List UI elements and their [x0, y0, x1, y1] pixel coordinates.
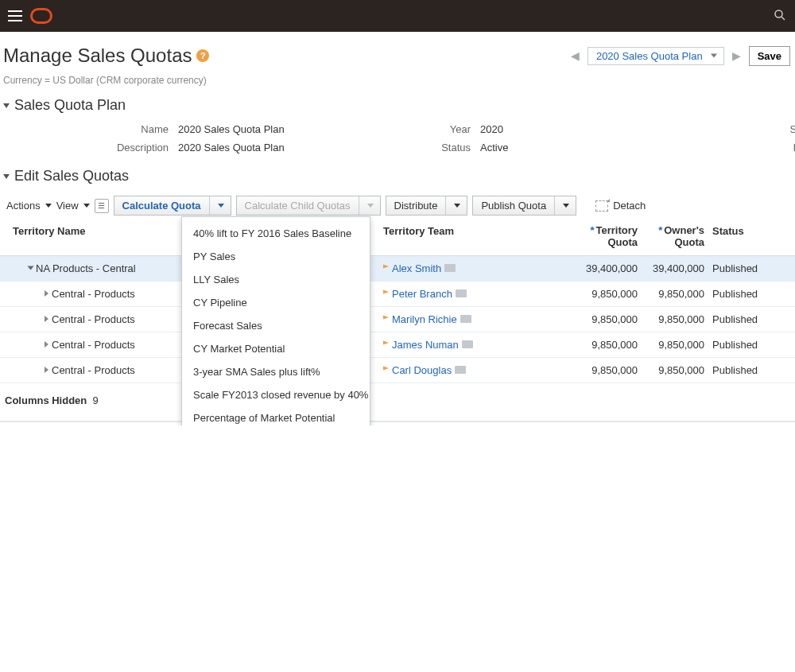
team-owner-name: James Numan	[392, 339, 459, 351]
distribute-label: Distribute	[386, 196, 446, 215]
publish-button[interactable]: Publish Quota	[472, 196, 576, 216]
view-menu[interactable]: View	[56, 200, 90, 212]
flag-icon	[383, 289, 389, 297]
distribute-dropdown[interactable]	[445, 196, 467, 215]
th-status: Status	[704, 225, 768, 249]
calc-menu-item[interactable]: CY Pipeline	[182, 291, 370, 314]
org-icon	[456, 289, 467, 297]
calc-menu-item[interactable]: Forecast Sales	[182, 314, 370, 337]
territory-name: Central - Products	[52, 364, 135, 376]
currency-note: Currency = US Dollar (CRM corporate curr…	[0, 75, 795, 94]
owner-quota: 9,850,000	[638, 288, 704, 300]
team-owner-link[interactable]: Carl Douglas	[383, 364, 564, 376]
columns-hidden-label: Columns Hidden	[5, 394, 87, 406]
edit-toolbar: Actions View ☰ Calculate Quota Calculate…	[0, 191, 795, 219]
expand-closed-icon[interactable]	[45, 316, 48, 322]
collapse-icon[interactable]	[3, 174, 10, 179]
calc-menu-item[interactable]: 40% lift to FY 2016 Sales Baseline	[182, 222, 370, 245]
status-value: Published	[704, 288, 768, 300]
territory-quota: 9,850,000	[564, 364, 638, 376]
status-value: Published	[704, 339, 768, 351]
calc-menu-item[interactable]: LLY Sales	[182, 268, 370, 291]
status-value: Published	[704, 364, 768, 376]
plan-section-header[interactable]: Sales Quota Plan	[0, 94, 795, 120]
calculate-child-dropdown[interactable]	[359, 196, 380, 215]
org-icon	[444, 264, 456, 272]
help-icon[interactable]: ?	[196, 49, 209, 62]
calculate-quota-dropdown[interactable]	[209, 196, 231, 215]
team-owner-link[interactable]: Peter Branch	[383, 288, 564, 300]
app-topbar	[0, 0, 795, 32]
territory-name: Central - Products	[52, 313, 135, 325]
territory-quota: 9,850,000	[564, 288, 638, 300]
table-body: NA Products - CentralAlex Smith39,400,00…	[0, 256, 795, 383]
territory-quota: 39,400,000	[564, 262, 638, 274]
table-row[interactable]: Central - ProductsPeter Branch9,850,0009…	[0, 282, 795, 307]
label-name: Name	[3, 123, 178, 135]
flag-icon	[383, 340, 389, 348]
value-desc: 2020 Sales Quota Plan	[178, 142, 385, 153]
calculate-quota-label: Calculate Quota	[114, 196, 209, 215]
edit-section-title: Edit Sales Quotas	[14, 168, 129, 185]
th-team: Territory Team	[383, 225, 564, 249]
svg-line-1	[781, 17, 785, 20]
team-owner-name: Marilyn Richie	[392, 313, 457, 325]
calc-menu-item[interactable]: CY Market Potential	[182, 337, 370, 360]
distribute-button[interactable]: Distribute	[386, 196, 468, 216]
publish-label: Publish Quota	[473, 196, 554, 215]
calculate-quota-button[interactable]: Calculate Quota	[114, 196, 231, 216]
team-owner-name: Peter Branch	[392, 288, 452, 300]
expand-open-icon[interactable]	[28, 266, 34, 270]
brand-logo	[30, 8, 52, 24]
page-header: Manage Sales Quotas ? ◀ 2020 Sales Quota…	[0, 32, 795, 75]
territory-name: Central - Products	[52, 288, 135, 300]
table-row[interactable]: NA Products - CentralAlex Smith39,400,00…	[0, 256, 795, 282]
plan-prev-icon[interactable]: ◀	[568, 49, 583, 62]
caret-down-icon	[563, 204, 569, 208]
expand-closed-icon[interactable]	[45, 341, 48, 348]
team-owner-name: Carl Douglas	[392, 364, 452, 376]
caret-down-icon	[83, 204, 90, 208]
flag-icon	[383, 315, 389, 323]
team-owner-link[interactable]: James Numan	[383, 339, 564, 351]
actions-menu[interactable]: Actions	[6, 200, 52, 212]
flag-icon	[383, 366, 389, 374]
territory-name: NA Products - Central	[36, 262, 136, 274]
plan-next-icon[interactable]: ▶	[729, 49, 744, 62]
th-owner-quota: *Owner's Quota	[638, 225, 704, 249]
plan-section-title: Sales Quota Plan	[14, 97, 126, 114]
table-row[interactable]: Central - ProductsMarilyn Richie9,850,00…	[0, 307, 795, 332]
menu-icon[interactable]	[8, 10, 22, 21]
owner-quota: 39,400,000	[638, 262, 704, 274]
save-button[interactable]: Save	[749, 46, 790, 66]
calculate-child-button[interactable]: Calculate Child Quotas	[236, 196, 381, 216]
calc-menu-item[interactable]: Percentage of Market Potential	[182, 406, 370, 425]
status-value: Published	[704, 262, 768, 274]
expand-closed-icon[interactable]	[45, 367, 48, 373]
edit-section-header[interactable]: Edit Sales Quotas	[0, 165, 795, 191]
plan-selector[interactable]: 2020 Sales Quota Plan	[588, 47, 724, 65]
columns-hidden: Columns Hidden 9	[0, 383, 795, 418]
actions-label: Actions	[6, 200, 41, 212]
value-name: 2020 Sales Quota Plan	[178, 123, 385, 135]
search-icon[interactable]	[773, 8, 787, 25]
owner-quota: 9,850,000	[638, 339, 704, 351]
collapse-icon[interactable]	[3, 103, 10, 108]
calc-menu-item[interactable]: 3-year SMA Sales plus lift%	[182, 360, 370, 383]
publish-dropdown[interactable]	[554, 196, 576, 215]
territory-quota: 9,850,000	[564, 313, 638, 325]
format-icon[interactable]: ☰	[95, 199, 109, 213]
caret-down-icon	[45, 204, 52, 208]
table-row[interactable]: Central - ProductsCarl Douglas9,850,0009…	[0, 358, 795, 383]
calc-menu-item[interactable]: Scale FY2013 closed revenue by 40%	[182, 383, 370, 406]
table-header: Territory Name Territory Team *Territory…	[0, 219, 795, 256]
expand-closed-icon[interactable]	[45, 290, 48, 297]
label-desc: Description	[3, 142, 178, 153]
table-row[interactable]: Central - ProductsJames Numan9,850,0009,…	[0, 332, 795, 358]
team-owner-link[interactable]: Marilyn Richie	[383, 313, 564, 325]
flag-icon	[383, 264, 389, 272]
required-star: *	[658, 224, 662, 236]
calc-menu-item[interactable]: PY Sales	[182, 245, 370, 268]
detach-button[interactable]: Detach	[595, 200, 646, 212]
team-owner-link[interactable]: Alex Smith	[383, 262, 564, 274]
